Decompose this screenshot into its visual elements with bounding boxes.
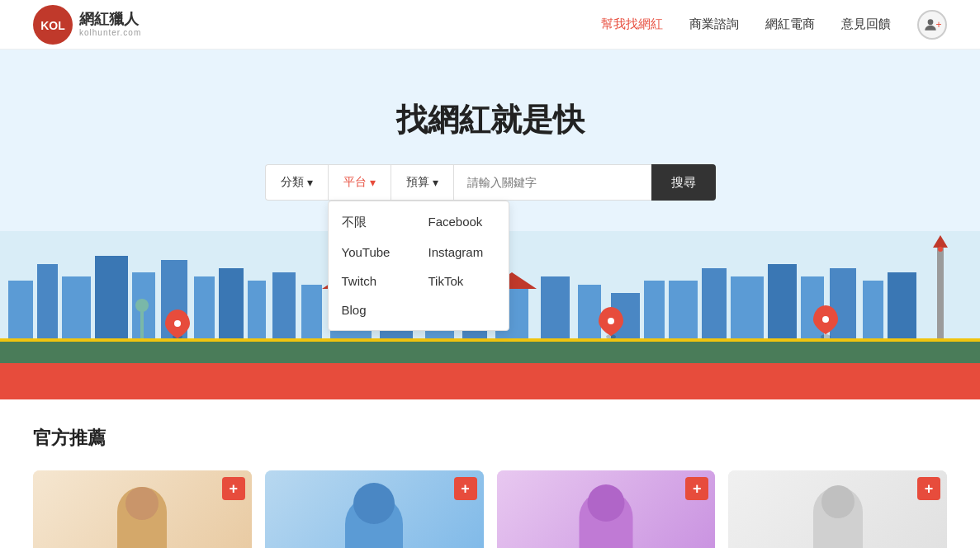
logo[interactable]: KOL 網紅獵人 kolhunter.com (33, 5, 141, 45)
svg-rect-5 (8, 281, 33, 338)
svg-point-38 (938, 247, 943, 252)
main-nav: 幫我找網紅 商業諮詢 網紅電商 意見回饋 + (601, 10, 947, 40)
svg-rect-16 (140, 309, 144, 338)
platform-dropdown: 不限 Facebook YouTube Instagram Twitch Tik… (328, 201, 509, 331)
svg-rect-46 (888, 272, 916, 338)
user-avatar-button[interactable]: + (917, 10, 947, 40)
svg-rect-49 (0, 338, 980, 342)
dropdown-item-tiktok[interactable]: TikTok (428, 271, 495, 291)
svg-point-17 (135, 299, 149, 312)
svg-rect-6 (37, 264, 58, 338)
recommendations-section: 官方推薦 + + + (0, 399, 980, 548)
dropdown-item-twitch[interactable]: Twitch (342, 271, 409, 291)
budget-filter-button[interactable]: 預算 ▾ (391, 164, 453, 201)
platform-filter-wrapper: 平台 ▾ 不限 Facebook YouTube Instagram Twitc… (328, 164, 391, 201)
logo-text: 網紅獵人 kolhunter.com (79, 11, 141, 39)
recommendation-card-3: + (497, 470, 716, 548)
red-band (0, 363, 980, 399)
svg-rect-4 (0, 338, 330, 363)
svg-rect-13 (248, 281, 266, 338)
dropdown-item-instagram[interactable]: Instagram (428, 242, 495, 262)
svg-point-48 (822, 316, 829, 323)
hero-title: 找網紅就是快 (396, 99, 585, 141)
search-button[interactable]: 搜尋 (651, 164, 716, 201)
svg-rect-39 (669, 281, 698, 338)
category-filter-button[interactable]: 分類 ▾ (265, 164, 328, 201)
search-input[interactable] (453, 164, 651, 201)
nav-item-ecommerce[interactable]: 網紅電商 (765, 17, 815, 32)
svg-point-34 (608, 318, 614, 324)
svg-rect-42 (768, 264, 797, 338)
dropdown-item-facebook[interactable]: Facebook (428, 211, 495, 234)
card-3-image (497, 470, 716, 548)
dropdown-item-blog[interactable]: Blog (342, 300, 409, 320)
svg-point-2 (928, 19, 934, 25)
svg-rect-36 (937, 248, 944, 338)
budget-chevron-icon: ▾ (433, 176, 438, 189)
logo-icon: KOL (33, 5, 73, 45)
recommendation-card-4: + (728, 470, 947, 548)
card-1-add-button[interactable]: + (222, 477, 245, 500)
search-bar: 分類 ▾ 平台 ▾ 不限 Facebook YouTube Instagram … (265, 164, 716, 201)
svg-rect-30 (578, 285, 601, 338)
svg-rect-7 (62, 276, 91, 338)
category-chevron-icon: ▾ (307, 176, 313, 189)
card-4-image (728, 470, 947, 548)
card-3-add-button[interactable]: + (685, 477, 708, 500)
svg-rect-8 (95, 256, 128, 338)
logo-sub-text: kolhunter.com (79, 28, 141, 38)
cards-row: + + + + (33, 470, 947, 548)
platform-chevron-icon: ▾ (370, 176, 376, 189)
dropdown-item-youtube[interactable]: YouTube (342, 242, 409, 262)
svg-rect-11 (194, 276, 215, 338)
recommendation-card-2: + (265, 470, 484, 548)
platform-filter-label: 平台 (343, 175, 367, 190)
header: KOL 網紅獵人 kolhunter.com 幫我找網紅 商業諮詢 網紅電商 意… (0, 0, 980, 50)
svg-rect-45 (863, 281, 883, 338)
svg-rect-15 (301, 285, 322, 338)
card-2-image (265, 470, 484, 548)
svg-rect-35 (660, 338, 980, 363)
svg-text:KOL: KOL (40, 19, 65, 32)
nav-item-consult[interactable]: 商業諮詢 (689, 17, 739, 32)
svg-rect-32 (644, 281, 665, 338)
card-4-add-button[interactable]: + (917, 477, 940, 500)
card-2-add-button[interactable]: + (454, 477, 477, 500)
svg-rect-20 (322, 338, 660, 363)
platform-filter-button[interactable]: 平台 ▾ (328, 164, 391, 201)
budget-filter-label: 預算 (406, 175, 429, 190)
svg-rect-12 (219, 268, 244, 338)
svg-point-19 (174, 320, 181, 327)
svg-rect-29 (541, 276, 570, 338)
nav-item-find[interactable]: 幫我找網紅 (601, 17, 663, 32)
recommendation-card-1: + (33, 470, 252, 548)
section-title: 官方推薦 (33, 426, 947, 451)
svg-rect-14 (272, 272, 296, 338)
card-1-image (33, 470, 252, 548)
nav-item-feedback[interactable]: 意見回饋 (841, 17, 891, 32)
dropdown-item-all[interactable]: 不限 (342, 211, 409, 234)
svg-rect-40 (702, 268, 727, 338)
logo-main-text: 網紅獵人 (79, 11, 141, 29)
category-filter-label: 分類 (281, 175, 304, 190)
hero-section: 找網紅就是快 分類 ▾ 平台 ▾ 不限 Facebook YouTube Ins… (0, 50, 980, 363)
svg-rect-41 (731, 276, 764, 338)
